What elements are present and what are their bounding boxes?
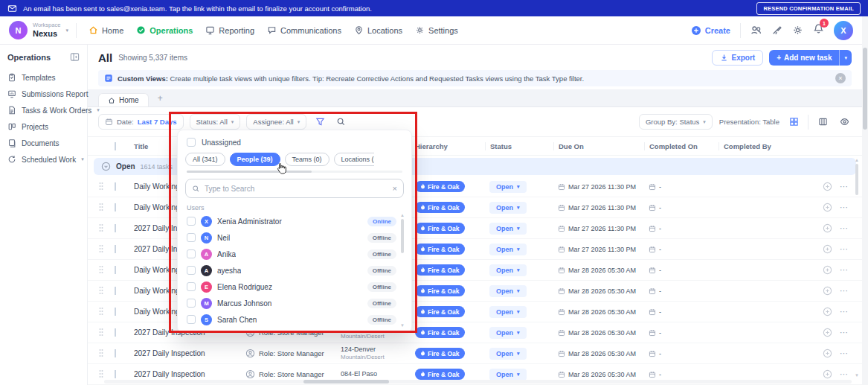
task-title[interactable]: 2027 Daily Inspection (129, 370, 241, 378)
user-checkbox[interactable] (187, 249, 196, 258)
column-header-status[interactable]: Status (485, 142, 553, 150)
row-checkbox[interactable] (115, 328, 116, 337)
nav-communications[interactable]: Communications (267, 25, 341, 35)
add-view-tab-button[interactable]: + (156, 93, 164, 106)
status-dropdown[interactable]: Open ▾ (489, 181, 527, 193)
row-actions-menu[interactable]: ⋯ (840, 265, 849, 275)
drag-handle[interactable] (98, 307, 104, 316)
eye-icon[interactable] (837, 115, 852, 130)
drag-handle[interactable] (98, 223, 104, 232)
status-dropdown[interactable]: Open ▾ (489, 306, 527, 318)
tabs-horizontal-scrollbar[interactable] (187, 171, 402, 173)
user-option[interactable]: S Sarah Chen Offline (185, 311, 398, 328)
add-assignee-icon[interactable] (823, 265, 832, 275)
resend-confirmation-button[interactable]: RESEND CONFIRMATION EMAIL (756, 2, 861, 15)
add-assignee-icon[interactable] (823, 307, 832, 316)
row-checkbox[interactable] (115, 349, 116, 357)
row-checkbox[interactable] (115, 266, 116, 274)
drag-handle[interactable] (98, 244, 104, 253)
user-option[interactable]: A ayesha Offline (185, 262, 398, 279)
drag-handle[interactable] (98, 328, 104, 337)
row-actions-menu[interactable]: ⋯ (840, 307, 849, 316)
task-row[interactable]: 2027 Daily Inspection Role: Store Manage… (88, 343, 862, 364)
user-avatar[interactable]: X (834, 21, 853, 40)
add-assignee-icon[interactable] (823, 369, 832, 379)
add-assignee-icon[interactable] (823, 182, 832, 191)
unassigned-checkbox[interactable] (187, 138, 196, 147)
add-assignee-icon[interactable] (823, 244, 832, 254)
user-checkbox[interactable] (187, 217, 196, 226)
collapse-sidebar-icon[interactable] (70, 52, 80, 62)
horizontal-scrollbar-thumb[interactable] (303, 380, 389, 384)
column-header-completed-on[interactable]: Completed On (644, 142, 718, 150)
nav-reporting[interactable]: Reporting (205, 25, 254, 35)
search-icon[interactable] (333, 115, 348, 130)
row-actions-menu[interactable]: ⋯ (840, 349, 849, 358)
row-checkbox[interactable] (115, 370, 116, 378)
assignee-filter-button[interactable]: Assignee: All ▾ (246, 114, 306, 130)
select-all-checkbox[interactable] (115, 142, 116, 150)
scroll-down-icon[interactable]: ▼ (400, 323, 405, 328)
column-header-due-on[interactable]: Due On (553, 142, 644, 150)
date-filter-button[interactable]: Date: Last 7 Days (98, 114, 184, 130)
row-checkbox[interactable] (115, 182, 116, 191)
assignee-type-tab[interactable]: Locations (297) (334, 153, 374, 166)
table-scrollbar-thumb[interactable] (855, 164, 858, 195)
row-checkbox[interactable] (115, 203, 116, 211)
user-option[interactable]: A Anika Offline (185, 246, 398, 262)
sidebar-item-submissions-report[interactable]: Submissions Report (7, 86, 80, 102)
row-actions-menu[interactable]: ⋯ (840, 203, 849, 212)
row-actions-menu[interactable]: ⋯ (840, 286, 849, 296)
collapse-group-icon[interactable] (101, 162, 111, 171)
user-checkbox[interactable] (187, 266, 196, 275)
status-dropdown[interactable]: Open ▾ (489, 369, 527, 381)
row-actions-menu[interactable]: ⋯ (840, 223, 849, 233)
status-dropdown[interactable]: Open ▾ (489, 264, 527, 276)
notifications-bell[interactable]: 1 (813, 23, 824, 37)
people-icon[interactable] (750, 25, 762, 36)
assignee-type-tab[interactable]: People (39) (230, 153, 280, 166)
workspace-switcher[interactable]: N Workspace Nexus ▾ (9, 21, 68, 39)
group-by-button[interactable]: Group By: Status ▾ (639, 114, 713, 130)
add-task-dropdown-toggle[interactable]: ▾ (839, 50, 852, 66)
scroll-up-icon[interactable]: ▲ (855, 158, 859, 162)
nav-locations[interactable]: Locations (354, 25, 402, 35)
user-checkbox[interactable] (187, 299, 196, 308)
status-dropdown[interactable]: Open ▾ (489, 327, 527, 339)
column-header-completed-by[interactable]: Completed By (718, 142, 808, 150)
add-assignee-icon[interactable] (823, 286, 832, 296)
user-checkbox[interactable] (187, 233, 196, 242)
tab-home[interactable]: Home (98, 93, 149, 106)
assignee-search-input[interactable] (205, 185, 388, 193)
horizontal-scrollbar[interactable] (104, 380, 852, 384)
user-option[interactable]: X Xenia Administrator Online (185, 213, 398, 229)
row-checkbox[interactable] (115, 287, 116, 295)
add-new-task-button[interactable]: + Add new task (769, 50, 839, 66)
row-actions-menu[interactable]: ⋯ (840, 328, 849, 337)
status-filter-button[interactable]: Status: All ▾ (190, 114, 241, 130)
status-dropdown[interactable]: Open ▾ (489, 202, 527, 214)
assignee-type-tab[interactable]: All (341) (185, 153, 225, 166)
drag-handle[interactable] (98, 349, 104, 357)
telescope-icon[interactable] (771, 25, 782, 36)
scroll-up-icon[interactable]: ▲ (400, 213, 405, 217)
task-title[interactable]: 2027 Daily Inspection (129, 349, 241, 357)
status-dropdown[interactable]: Open ▾ (489, 244, 527, 255)
assignee-type-tab[interactable]: Teams (0) (285, 153, 329, 166)
add-assignee-icon[interactable] (823, 328, 832, 337)
nav-operations[interactable]: Operations (136, 25, 193, 35)
sidebar-item-scheduled-work[interactable]: Scheduled Work ▾ (7, 151, 80, 168)
create-button[interactable]: Create (691, 25, 730, 36)
sidebar-item-documents[interactable]: Documents (7, 135, 80, 151)
row-checkbox[interactable] (115, 245, 116, 253)
row-checkbox[interactable] (115, 308, 116, 316)
drag-handle[interactable] (98, 203, 104, 211)
export-button[interactable]: Export (712, 50, 764, 66)
scroll-down-icon[interactable]: ▼ (855, 373, 859, 378)
status-dropdown[interactable]: Open ▾ (489, 223, 527, 235)
nav-home[interactable]: Home (89, 25, 123, 35)
table-scrollbar[interactable]: ▲ ▼ (854, 158, 860, 378)
close-icon[interactable]: × (835, 73, 846, 83)
sidebar-item-projects[interactable]: Projects (7, 118, 80, 135)
users-scrollbar[interactable]: ▲ ▼ (399, 213, 405, 328)
